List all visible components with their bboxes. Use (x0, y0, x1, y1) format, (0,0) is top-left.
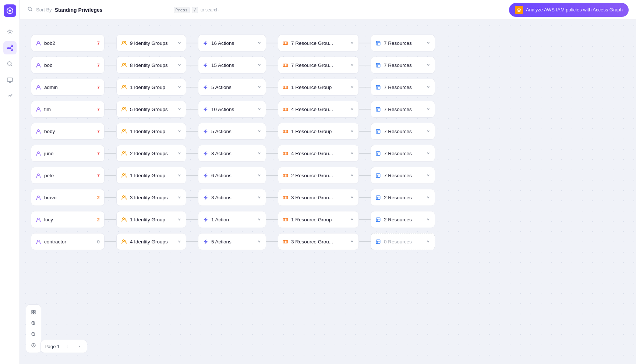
sidebar-item-graph[interactable] (3, 41, 17, 54)
svg-point-72 (124, 152, 126, 153)
resources-card[interactable]: 7 Resources (371, 101, 435, 118)
user-card[interactable]: contractor 0 (31, 233, 105, 250)
resource-groups-card[interactable]: 7 Resource Grou... (278, 35, 359, 51)
user-card[interactable]: bob2 7 (31, 35, 105, 51)
user-card[interactable]: bob 7 (31, 57, 105, 74)
prev-page-button[interactable]: ‹ (63, 342, 71, 350)
actions-card[interactable]: 15 Actions (198, 57, 266, 74)
groups-chevron (177, 173, 181, 178)
resources-card[interactable]: 7 Resources (371, 79, 435, 96)
actions-card[interactable]: 3 Actions (198, 189, 266, 206)
resources-card[interactable]: 0 Resources (371, 233, 435, 250)
user-card[interactable]: june 7 (31, 145, 105, 162)
user-icon (36, 217, 41, 222)
user-card[interactable]: boby 7 (31, 123, 105, 140)
resource-groups-chevron (350, 41, 354, 46)
svg-point-17 (28, 7, 31, 10)
user-card[interactable]: lucy 2 (31, 211, 105, 228)
actions-card[interactable]: 16 Actions (198, 35, 266, 51)
user-icon (36, 85, 41, 90)
resources-card[interactable]: 7 Resources (371, 35, 435, 51)
user-count: 7 (97, 63, 100, 68)
zoom-out-button[interactable] (28, 329, 39, 339)
sidebar-item-search[interactable] (3, 57, 17, 71)
sidebar-item-monitor[interactable] (3, 74, 17, 87)
connector-4 (359, 131, 371, 132)
resource-icon (375, 151, 381, 156)
user-name: bob (44, 63, 94, 68)
connector-2 (186, 219, 198, 220)
groups-card[interactable]: 1 Identity Group (116, 123, 186, 140)
svg-point-23 (123, 41, 124, 43)
resource-groups-card[interactable]: 1 Resource Group (278, 123, 359, 140)
groups-label: 8 Identity Groups (130, 63, 174, 68)
resource-groups-chevron (350, 173, 354, 178)
sidebar-item-home[interactable] (3, 25, 17, 38)
resource-groups-card[interactable]: 4 Resource Grou... (278, 101, 359, 118)
action-icon (203, 173, 208, 178)
groups-card[interactable]: 3 Identity Groups (116, 189, 186, 206)
resource-groups-card[interactable]: 3 Resource Grou... (278, 189, 359, 206)
action-icon (203, 63, 208, 68)
resource-groups-label: 4 Resource Grou... (291, 107, 347, 112)
resources-card[interactable]: 7 Resources (371, 57, 435, 74)
fit-view-button[interactable] (28, 307, 39, 317)
svg-point-83 (123, 174, 124, 175)
resource-groups-card[interactable]: 1 Resource Group (278, 211, 359, 228)
groups-card[interactable]: 9 Identity Groups (116, 35, 186, 51)
groups-card[interactable]: 1 Identity Group (116, 211, 186, 228)
svg-point-42 (124, 86, 126, 87)
resources-card[interactable]: 7 Resources (371, 167, 435, 184)
resources-card[interactable]: 2 Resources (371, 211, 435, 228)
user-card[interactable]: tim 7 (31, 101, 105, 118)
actions-card[interactable]: 6 Actions (198, 167, 266, 184)
groups-card[interactable]: 5 Identity Groups (116, 101, 186, 118)
actions-card[interactable]: 5 Actions (198, 123, 266, 140)
user-card[interactable]: admin 7 (31, 79, 105, 96)
resource-group-icon (283, 151, 288, 156)
svg-point-52 (124, 108, 126, 109)
resources-card[interactable]: 7 Resources (371, 145, 435, 162)
page-label: Page 1 (45, 344, 60, 349)
resource-groups-card[interactable]: 4 Resource Grou... (278, 145, 359, 162)
next-page-button[interactable]: › (75, 342, 83, 350)
group-icon (121, 172, 127, 178)
sidebar-item-integrations[interactable] (3, 90, 17, 103)
actions-card[interactable]: 8 Actions (198, 145, 266, 162)
user-card[interactable]: bravo 2 (31, 189, 105, 206)
svg-point-1 (9, 31, 11, 32)
aws-analyze-button[interactable]: Analyze AWS IAM policies with Access Gra… (509, 3, 629, 17)
resource-groups-card[interactable]: 3 Resource Grou... (278, 233, 359, 250)
resource-groups-card[interactable]: 1 Resource Group (278, 79, 359, 96)
resource-groups-chevron (350, 63, 354, 68)
svg-point-113 (123, 240, 124, 242)
resource-groups-card[interactable]: 7 Resource Grou... (278, 57, 359, 74)
svg-point-19 (517, 8, 521, 10)
svg-point-43 (123, 85, 124, 87)
resources-card[interactable]: 2 Resources (371, 189, 435, 206)
search-bar[interactable]: Sort By Standing Privileges Press / to s… (27, 6, 219, 14)
actions-label: 5 Actions (211, 85, 254, 90)
actions-card[interactable]: 5 Actions (198, 79, 266, 96)
actions-card[interactable]: 5 Actions (198, 233, 266, 250)
svg-rect-94 (283, 196, 288, 199)
resources-label: 2 Resources (384, 195, 423, 200)
reset-view-button[interactable] (28, 340, 39, 350)
groups-card[interactable]: 1 Identity Group (116, 167, 186, 184)
svg-rect-12 (7, 78, 12, 82)
connector-2 (186, 65, 198, 65)
zoom-in-button[interactable] (28, 318, 39, 328)
groups-card[interactable]: 2 Identity Groups (116, 145, 186, 162)
resources-card[interactable]: 7 Resources (371, 123, 435, 140)
sort-by-label: Sort By (36, 7, 52, 13)
resource-groups-label: 7 Resource Grou... (291, 40, 347, 46)
groups-card[interactable]: 1 Identity Group (116, 79, 186, 96)
actions-card[interactable]: 1 Action (198, 211, 266, 228)
resource-groups-card[interactable]: 2 Resource Grou... (278, 167, 359, 184)
groups-card[interactable]: 8 Identity Groups (116, 57, 186, 74)
groups-card[interactable]: 4 Identity Groups (116, 233, 186, 250)
groups-chevron (177, 129, 181, 134)
user-card[interactable]: pete 7 (31, 167, 105, 184)
app-logo[interactable] (4, 4, 16, 17)
actions-card[interactable]: 10 Actions (198, 101, 266, 118)
